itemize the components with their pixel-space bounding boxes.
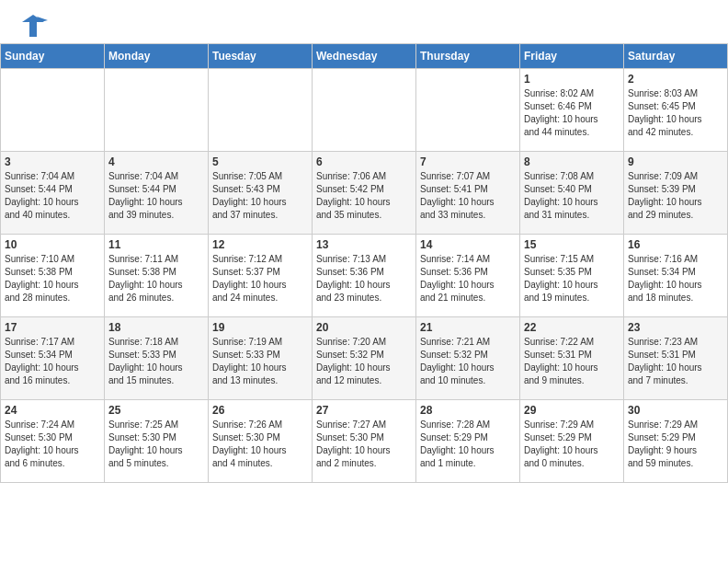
day-info: Sunrise: 7:26 AM Sunset: 5:30 PM Dayligh… (212, 419, 308, 470)
calendar-cell: 15Sunrise: 7:15 AM Sunset: 5:35 PM Dayli… (520, 235, 624, 317)
day-number: 29 (524, 404, 620, 417)
calendar-week-3: 17Sunrise: 7:17 AM Sunset: 5:34 PM Dayli… (1, 317, 728, 400)
calendar-cell: 25Sunrise: 7:25 AM Sunset: 5:30 PM Dayli… (105, 400, 209, 483)
day-info: Sunrise: 7:06 AM Sunset: 5:42 PM Dayligh… (316, 170, 412, 222)
logo-icon (18, 13, 48, 39)
header-saturday: Saturday (624, 44, 728, 69)
day-info: Sunrise: 7:29 AM Sunset: 5:29 PM Dayligh… (628, 419, 723, 470)
day-info: Sunrise: 7:22 AM Sunset: 5:31 PM Dayligh… (524, 336, 620, 387)
day-info: Sunrise: 7:12 AM Sunset: 5:37 PM Dayligh… (212, 253, 308, 304)
calendar-cell (416, 69, 520, 152)
calendar-cell: 12Sunrise: 7:12 AM Sunset: 5:37 PM Dayli… (209, 235, 313, 317)
day-info: Sunrise: 7:19 AM Sunset: 5:33 PM Dayligh… (212, 336, 308, 387)
day-info: Sunrise: 7:09 AM Sunset: 5:39 PM Dayligh… (628, 170, 723, 222)
day-info: Sunrise: 7:11 AM Sunset: 5:38 PM Dayligh… (108, 253, 204, 304)
calendar-table: SundayMondayTuesdayWednesdayThursdayFrid… (0, 43, 728, 483)
header-wednesday: Wednesday (313, 44, 416, 69)
day-info: Sunrise: 7:29 AM Sunset: 5:29 PM Dayligh… (524, 419, 620, 470)
calendar-week-1: 3Sunrise: 7:04 AM Sunset: 5:44 PM Daylig… (1, 152, 728, 235)
day-number: 6 (316, 155, 412, 168)
day-number: 19 (212, 321, 308, 334)
day-info: Sunrise: 7:27 AM Sunset: 5:30 PM Dayligh… (316, 419, 412, 470)
calendar-cell: 17Sunrise: 7:17 AM Sunset: 5:34 PM Dayli… (1, 317, 105, 400)
calendar-cell: 27Sunrise: 7:27 AM Sunset: 5:30 PM Dayli… (313, 400, 416, 483)
day-info: Sunrise: 7:14 AM Sunset: 5:36 PM Dayligh… (420, 253, 516, 304)
day-info: Sunrise: 7:08 AM Sunset: 5:40 PM Dayligh… (524, 170, 620, 222)
calendar-cell: 4Sunrise: 7:04 AM Sunset: 5:44 PM Daylig… (105, 152, 209, 235)
day-number: 22 (524, 321, 620, 334)
day-info: Sunrise: 7:25 AM Sunset: 5:30 PM Dayligh… (108, 419, 204, 470)
calendar-week-0: 1Sunrise: 8:02 AM Sunset: 6:46 PM Daylig… (1, 69, 728, 152)
calendar-cell: 6Sunrise: 7:06 AM Sunset: 5:42 PM Daylig… (313, 152, 416, 235)
calendar-cell: 7Sunrise: 7:07 AM Sunset: 5:41 PM Daylig… (416, 152, 520, 235)
calendar-cell: 14Sunrise: 7:14 AM Sunset: 5:36 PM Dayli… (416, 235, 520, 317)
day-info: Sunrise: 8:02 AM Sunset: 6:46 PM Dayligh… (524, 87, 620, 139)
calendar-cell: 13Sunrise: 7:13 AM Sunset: 5:36 PM Dayli… (313, 235, 416, 317)
header-friday: Friday (520, 44, 624, 69)
calendar-cell: 19Sunrise: 7:19 AM Sunset: 5:33 PM Dayli… (209, 317, 313, 400)
day-number: 30 (628, 404, 723, 417)
day-number: 1 (524, 73, 620, 86)
calendar-cell (105, 69, 209, 152)
logo (18, 13, 51, 39)
day-info: Sunrise: 7:17 AM Sunset: 5:34 PM Dayligh… (5, 336, 100, 387)
day-info: Sunrise: 7:07 AM Sunset: 5:41 PM Dayligh… (420, 170, 516, 222)
calendar-week-2: 10Sunrise: 7:10 AM Sunset: 5:38 PM Dayli… (1, 235, 728, 317)
day-info: Sunrise: 7:24 AM Sunset: 5:30 PM Dayligh… (5, 419, 100, 470)
calendar-cell: 5Sunrise: 7:05 AM Sunset: 5:43 PM Daylig… (209, 152, 313, 235)
day-number: 20 (316, 321, 412, 334)
calendar-cell (313, 69, 416, 152)
header-monday: Monday (105, 44, 209, 69)
day-info: Sunrise: 7:13 AM Sunset: 5:36 PM Dayligh… (316, 253, 412, 304)
calendar-cell: 8Sunrise: 7:08 AM Sunset: 5:40 PM Daylig… (520, 152, 624, 235)
calendar-cell: 29Sunrise: 7:29 AM Sunset: 5:29 PM Dayli… (520, 400, 624, 483)
day-info: Sunrise: 7:04 AM Sunset: 5:44 PM Dayligh… (108, 170, 204, 222)
day-info: Sunrise: 8:03 AM Sunset: 6:45 PM Dayligh… (628, 87, 723, 139)
calendar-cell: 23Sunrise: 7:23 AM Sunset: 5:31 PM Dayli… (624, 317, 728, 400)
calendar-cell: 21Sunrise: 7:21 AM Sunset: 5:32 PM Dayli… (416, 317, 520, 400)
calendar-cell: 10Sunrise: 7:10 AM Sunset: 5:38 PM Dayli… (1, 235, 105, 317)
calendar-cell: 30Sunrise: 7:29 AM Sunset: 5:29 PM Dayli… (624, 400, 728, 483)
day-number: 4 (108, 155, 204, 168)
day-number: 25 (108, 404, 204, 417)
day-info: Sunrise: 7:18 AM Sunset: 5:33 PM Dayligh… (108, 336, 204, 387)
day-number: 9 (628, 155, 723, 168)
calendar-cell (209, 69, 313, 152)
day-number: 8 (524, 155, 620, 168)
calendar-cell: 24Sunrise: 7:24 AM Sunset: 5:30 PM Dayli… (1, 400, 105, 483)
calendar-cell: 9Sunrise: 7:09 AM Sunset: 5:39 PM Daylig… (624, 152, 728, 235)
day-info: Sunrise: 7:05 AM Sunset: 5:43 PM Dayligh… (212, 170, 308, 222)
calendar-cell: 28Sunrise: 7:28 AM Sunset: 5:29 PM Dayli… (416, 400, 520, 483)
day-number: 21 (420, 321, 516, 334)
day-number: 11 (108, 238, 204, 251)
header-tuesday: Tuesday (209, 44, 313, 69)
calendar-cell: 22Sunrise: 7:22 AM Sunset: 5:31 PM Dayli… (520, 317, 624, 400)
day-number: 13 (316, 238, 412, 251)
day-number: 24 (5, 404, 100, 417)
day-number: 2 (628, 73, 723, 86)
day-info: Sunrise: 7:21 AM Sunset: 5:32 PM Dayligh… (420, 336, 516, 387)
day-number: 14 (420, 238, 516, 251)
day-number: 26 (212, 404, 308, 417)
day-number: 16 (628, 238, 723, 251)
day-number: 23 (628, 321, 723, 334)
calendar-cell: 26Sunrise: 7:26 AM Sunset: 5:30 PM Dayli… (209, 400, 313, 483)
day-number: 3 (5, 155, 100, 168)
calendar-cell: 18Sunrise: 7:18 AM Sunset: 5:33 PM Dayli… (105, 317, 209, 400)
day-info: Sunrise: 7:16 AM Sunset: 5:34 PM Dayligh… (628, 253, 723, 304)
calendar-header-row: SundayMondayTuesdayWednesdayThursdayFrid… (1, 44, 728, 69)
calendar-cell (1, 69, 105, 152)
calendar-cell: 11Sunrise: 7:11 AM Sunset: 5:38 PM Dayli… (105, 235, 209, 317)
calendar-cell: 3Sunrise: 7:04 AM Sunset: 5:44 PM Daylig… (1, 152, 105, 235)
day-number: 28 (420, 404, 516, 417)
calendar-cell: 20Sunrise: 7:20 AM Sunset: 5:32 PM Dayli… (313, 317, 416, 400)
day-number: 17 (5, 321, 100, 334)
calendar-cell: 2Sunrise: 8:03 AM Sunset: 6:45 PM Daylig… (624, 69, 728, 152)
day-info: Sunrise: 7:04 AM Sunset: 5:44 PM Dayligh… (5, 170, 100, 222)
calendar-cell: 16Sunrise: 7:16 AM Sunset: 5:34 PM Dayli… (624, 235, 728, 317)
calendar-cell: 1Sunrise: 8:02 AM Sunset: 6:46 PM Daylig… (520, 69, 624, 152)
header-sunday: Sunday (1, 44, 105, 69)
day-number: 5 (212, 155, 308, 168)
day-number: 10 (5, 238, 100, 251)
day-info: Sunrise: 7:28 AM Sunset: 5:29 PM Dayligh… (420, 419, 516, 470)
